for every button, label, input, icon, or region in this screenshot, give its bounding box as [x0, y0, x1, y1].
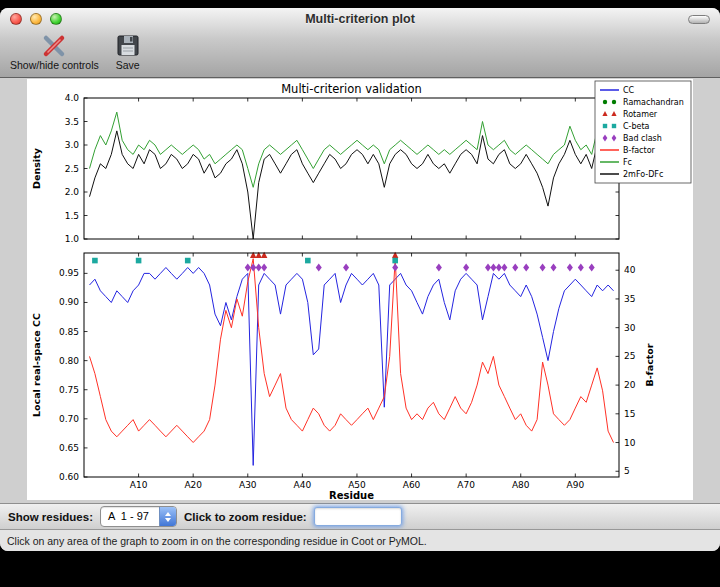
- svg-text:Density: Density: [31, 147, 42, 189]
- status-text: Click on any area of the graph to zoom i…: [7, 535, 427, 547]
- svg-text:25: 25: [624, 351, 635, 361]
- tool-label: Show/hide controls: [10, 59, 99, 71]
- zoom-residue-label: Click to zoom residue:: [184, 511, 307, 523]
- toolbar-toggle-button[interactable]: [688, 15, 710, 24]
- app-window: Multi-criterion plot Show/hide controls: [0, 8, 720, 551]
- svg-text:B-factor: B-factor: [644, 343, 655, 386]
- svg-text:A70: A70: [457, 480, 475, 490]
- svg-text:4.0: 4.0: [65, 93, 80, 103]
- window-header: Multi-criterion plot Show/hide controls: [0, 8, 720, 78]
- show-residues-label: Show residues:: [8, 511, 93, 523]
- svg-text:C-beta: C-beta: [623, 122, 650, 131]
- chart-legend: CCRamachandranRotamerC-betaBad clashB-fa…: [595, 81, 691, 183]
- svg-text:A80: A80: [512, 480, 530, 490]
- svg-text:A60: A60: [403, 480, 421, 490]
- svg-text:A40: A40: [294, 480, 312, 490]
- svg-text:35: 35: [624, 294, 635, 304]
- svg-text:10: 10: [624, 438, 636, 448]
- svg-text:CC: CC: [623, 86, 635, 95]
- svg-text:0.80: 0.80: [59, 356, 79, 366]
- svg-text:3.5: 3.5: [65, 117, 79, 127]
- window-buttons: [10, 13, 62, 25]
- residue-range-select[interactable]: A 1 - 97: [100, 506, 177, 527]
- svg-text:5: 5: [624, 466, 630, 476]
- svg-text:Residue: Residue: [329, 490, 374, 500]
- svg-text:2.0: 2.0: [65, 187, 80, 197]
- svg-text:A90: A90: [567, 480, 585, 490]
- svg-text:Local real-space CC: Local real-space CC: [31, 313, 42, 417]
- svg-text:A30: A30: [239, 480, 257, 490]
- titlebar[interactable]: Multi-criterion plot: [0, 8, 720, 30]
- svg-text:Rotamer: Rotamer: [623, 110, 658, 119]
- save-icon: [115, 32, 141, 58]
- plot-series: [90, 112, 614, 465]
- svg-text:3.0: 3.0: [65, 140, 80, 150]
- show-hide-controls-button[interactable]: Show/hide controls: [10, 32, 99, 71]
- multi-criterion-chart[interactable]: Multi-criterion validation1.01.52.02.53.…: [27, 79, 693, 500]
- window-title: Multi-criterion plot: [0, 8, 720, 30]
- svg-text:2mFo-DFc: 2mFo-DFc: [623, 170, 663, 179]
- svg-text:0.70: 0.70: [59, 414, 79, 424]
- svg-text:0.95: 0.95: [59, 268, 79, 278]
- svg-text:A50: A50: [348, 480, 366, 490]
- maximize-button[interactable]: [50, 13, 62, 25]
- svg-text:Bad clash: Bad clash: [623, 134, 662, 143]
- controls-bar: Show residues: A 1 - 97 Click to zoom re…: [0, 503, 720, 529]
- toolbar: Show/hide controls Save: [0, 30, 720, 78]
- svg-text:B-factor: B-factor: [623, 146, 656, 155]
- svg-text:Ramachandran: Ramachandran: [623, 98, 684, 107]
- zoom-residue-input[interactable]: [314, 507, 402, 526]
- svg-text:0.75: 0.75: [59, 385, 79, 395]
- combo-stepper-icon: [159, 507, 176, 526]
- figure[interactable]: Multi-criterion validation1.01.52.02.53.…: [27, 79, 693, 500]
- svg-text:20: 20: [624, 380, 636, 390]
- plot-area: Multi-criterion validation1.01.52.02.53.…: [0, 78, 720, 503]
- svg-text:0.85: 0.85: [59, 327, 79, 337]
- svg-text:0.60: 0.60: [59, 472, 79, 482]
- minimize-button[interactable]: [30, 13, 42, 25]
- svg-text:1.5: 1.5: [65, 211, 79, 221]
- svg-text:0.90: 0.90: [59, 297, 79, 307]
- svg-text:30: 30: [624, 323, 636, 333]
- residue-range-value: A 1 - 97: [101, 507, 159, 526]
- tool-label: Save: [116, 59, 140, 71]
- svg-text:Multi-criterion validation: Multi-criterion validation: [281, 82, 422, 96]
- svg-text:40: 40: [624, 265, 636, 275]
- close-button[interactable]: [10, 13, 22, 25]
- svg-text:A10: A10: [130, 480, 148, 490]
- status-bar: Click on any area of the graph to zoom i…: [0, 529, 720, 551]
- save-button[interactable]: Save: [115, 32, 141, 71]
- svg-text:A20: A20: [184, 480, 202, 490]
- svg-text:Fc: Fc: [623, 158, 632, 167]
- svg-text:1.0: 1.0: [65, 234, 80, 244]
- show-hide-controls-icon: [41, 32, 67, 58]
- svg-text:2.5: 2.5: [65, 164, 79, 174]
- svg-text:0.65: 0.65: [59, 443, 79, 453]
- svg-text:15: 15: [624, 409, 635, 419]
